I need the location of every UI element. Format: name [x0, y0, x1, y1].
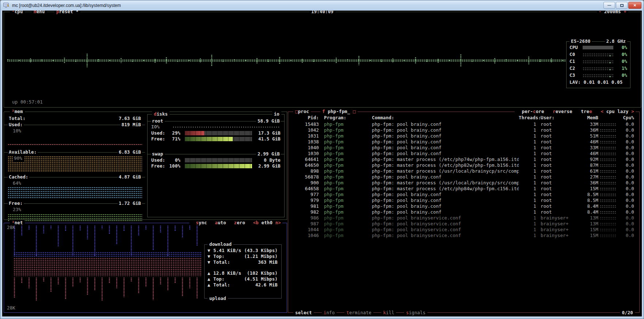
sort-field: cpu lazy [606, 109, 629, 114]
net-controls: sync auto zero <b eth0 n> [189, 220, 282, 226]
info-action[interactable]: info [322, 310, 337, 316]
up-arrow-icon: ▲ [207, 282, 213, 288]
terminate-action[interactable]: terminate [344, 310, 373, 316]
process-row[interactable]: 64641 php-fpm php-fpm: master process (/… [290, 157, 639, 162]
mem-history-graph [600, 146, 616, 149]
upload-graph [14, 277, 202, 303]
close-icon: ✕ [633, 3, 636, 7]
upload-top-row: ▲ Top: (4.51 Mibps) [207, 276, 278, 282]
net-interface-switcher: <b eth0 n> [253, 220, 281, 225]
per-core-button[interactable]: per-core [522, 109, 544, 114]
core2-meter-row: C2 1% [569, 65, 627, 72]
process-row[interactable]: 1040 php-fpm php-fpm: pool brainy.conf 1… [290, 145, 639, 151]
net-stats-panel: download ▼ 5.41 KiB/s (43.3 Kibps) ▼ Top… [204, 244, 282, 299]
minimize-button[interactable]: — [603, 2, 615, 9]
interval-value: 2000ms [604, 11, 621, 14]
net-interface-name: eth0 [262, 220, 273, 225]
process-row[interactable]: 64658 php-fpm php-fpm: master process (/… [290, 186, 639, 192]
minimize-icon: — [607, 3, 611, 7]
process-row[interactable]: 979 php-fpm php-fpm: pool brainy.conf 1 … [290, 198, 639, 203]
sort-selector: < cpu lazy > [601, 109, 634, 114]
core0-meter [583, 53, 613, 56]
download-speed-row: ▼ 5.41 KiB/s (43.3 Kibps) [207, 248, 278, 254]
disk-swap-free-row: Free: 100% 2.99 GiB [151, 163, 281, 169]
process-row[interactable]: 986 php-fpm php-fpm: pool brainyservice.… [290, 215, 639, 221]
process-row[interactable]: 1038 php-fpm php-fpm: pool brainy.conf 1… [290, 139, 639, 145]
down-arrow-icon: ▼ [207, 248, 213, 254]
proc-controls: per-core reverse tree < cpu lazy > [515, 109, 636, 115]
process-row[interactable]: 15483 php-fpm php-fpm: pool brainy.conf … [290, 121, 639, 127]
proc-filter-clear-button[interactable]: □ [353, 109, 356, 114]
upload-total-row: ▲ Total: 42.6 MiB [207, 282, 278, 288]
process-row[interactable]: 56878 php-fpm php-fpm: pool brainy.conf … [290, 174, 639, 180]
cpu-total-meter [583, 46, 613, 49]
tree-button[interactable]: tree [581, 109, 592, 114]
terminal-screen: ¹cpu menu preset * 19:40:09 - 2000ms + E… [2, 11, 642, 316]
disks-box-title[interactable]: disks [152, 111, 169, 117]
interval-increase-button[interactable]: + [624, 11, 626, 14]
uptime: up 00:57:01 [12, 99, 43, 105]
net-next-interface-button[interactable]: n> [275, 220, 281, 225]
column-command[interactable]: Command: [368, 115, 519, 121]
disks-box: disks io root 58.9 GiB IO% Used: 29% [147, 114, 285, 217]
signals-action[interactable]: signals [404, 310, 427, 316]
column-threads[interactable]: Threads: [519, 115, 536, 121]
disk-root-io-row: IO% [151, 124, 281, 130]
process-row[interactable]: 64650 php-fpm php-fpm: master process (/… [290, 162, 639, 168]
disks-io-toggle[interactable]: io [272, 111, 281, 117]
select-action[interactable]: select [293, 310, 314, 316]
sort-next-button[interactable]: > [631, 109, 634, 114]
preset-button[interactable]: preset * [54, 11, 80, 15]
process-row[interactable]: 1042 php-fpm php-fpm: pool brainy.conf 1… [290, 127, 639, 133]
process-row[interactable]: 1031 php-fpm php-fpm: pool brainy.conf 1… [290, 133, 639, 139]
mem-box: ²mem Total: 7.63 GiB Used: 819 MiB 10% A… [4, 112, 287, 220]
column-mem[interactable]: MemB [577, 115, 598, 121]
process-row[interactable]: 981 php-fpm php-fpm: pool brainy.conf 1 … [290, 203, 639, 209]
close-button[interactable]: ✕ [628, 2, 641, 9]
net-sync-button[interactable]: sync [196, 220, 207, 225]
title-bar[interactable]: mc [root@ub24.itdeveloper.com.ua]:/lib/s… [0, 0, 644, 11]
sort-prev-button[interactable]: < [601, 109, 603, 114]
process-row[interactable]: 987 php-fpm php-fpm: pool brainyservice.… [290, 221, 639, 227]
mem-box-title[interactable]: ²mem [10, 109, 25, 115]
net-zero-button[interactable]: zero [234, 220, 245, 225]
process-row[interactable]: 898 php-fpm php-fpm: master process (/us… [290, 168, 639, 174]
process-row[interactable]: 1044 php-fpm php-fpm: pool brainyservice… [290, 227, 639, 233]
cpu-meter-row: CPU 0% [569, 44, 627, 51]
disk-root-used-bar [185, 131, 252, 135]
maximize-button[interactable] [616, 2, 628, 9]
process-row[interactable]: 900 php-fpm php-fpm: master process (/us… [290, 180, 639, 186]
load-average: LAV: 0.01 0.01 0.05 [569, 79, 627, 86]
mem-history-graph [600, 199, 616, 202]
download-graph-band [14, 252, 202, 257]
disk-root-used-row: Used: 29% 17.3 GiB [151, 130, 281, 136]
mem-used-row: Used: 819 MiB [8, 122, 142, 128]
cpu-box-title[interactable]: ¹cpu [10, 11, 25, 15]
kill-action[interactable]: kill [381, 310, 396, 316]
net-auto-button[interactable]: auto [215, 220, 226, 225]
column-pid[interactable]: Pid: [290, 115, 319, 121]
mem-history-graph [600, 222, 616, 225]
proc-box-title[interactable]: □proc [293, 109, 311, 115]
cpu-core-panel: E5-2680 2.8 GHz CPU 0% C0 0% C1 0% [566, 41, 630, 88]
cpu-box: ¹cpu menu preset * 19:40:09 - 2000ms + E… [4, 12, 641, 108]
net-prev-interface-button[interactable]: <b [253, 220, 259, 225]
process-row[interactable]: 982 php-fpm php-fpm: pool brainy.conf 1 … [290, 209, 639, 215]
mem-history-graph [600, 176, 616, 179]
process-count: 0/20 [620, 310, 635, 316]
column-cpu[interactable]: Cpu% [617, 115, 634, 121]
process-row[interactable]: 1030 php-fpm php-fpm: pool brainy.conf 1… [290, 151, 639, 157]
interval-decrease-button[interactable]: - [599, 11, 602, 14]
reverse-button[interactable]: reverse [553, 109, 572, 114]
process-row[interactable]: 1046 php-fpm php-fpm: pool brainyservice… [290, 233, 639, 239]
up-arrow-icon: ▲ [207, 276, 213, 282]
column-program[interactable]: Program: [319, 115, 368, 121]
menu-button[interactable]: menu [32, 11, 47, 15]
download-top-row: ▼ Top: (1.21 Mibps) [207, 254, 278, 259]
mem-history-graph [600, 228, 616, 231]
proc-filter-input[interactable]: f php-fpm_ □ [320, 109, 358, 115]
mem-history-graph [600, 234, 616, 237]
putty-window: mc [root@ub24.itdeveloper.com.ua]:/lib/s… [0, 0, 644, 319]
column-user[interactable]: User: [536, 115, 577, 121]
process-row[interactable]: 977 php-fpm php-fpm: pool brainy.conf 1 … [290, 192, 639, 198]
